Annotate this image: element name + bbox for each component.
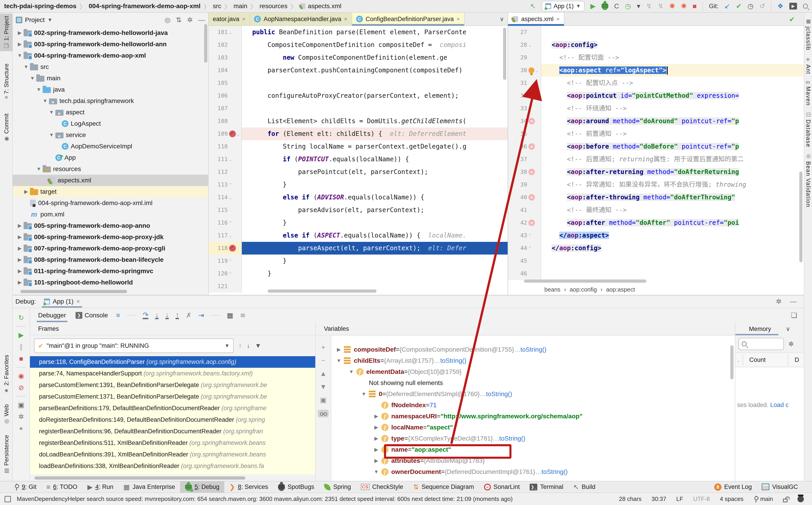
code-line-117[interactable]: 117⌄ else if (ASPECT.equals(localName)) …: [209, 229, 508, 242]
profiler-dropdown-icon[interactable]: ▾: [637, 3, 640, 10]
code-line-101[interactable]: 101⌄public BeanDefinition parse(Element …: [209, 26, 508, 38]
add-watch-icon[interactable]: +: [321, 344, 325, 351]
diff-structure-icon[interactable]: ❖: [777, 3, 783, 10]
chevron-down-icon[interactable]: ▼: [47, 17, 52, 23]
code-line-46[interactable]: 46: [508, 267, 804, 280]
debugger-view-tab-console[interactable]: ❯Console: [74, 310, 109, 321]
fold-marker[interactable]: ⌄: [229, 157, 232, 162]
write-lock-icon[interactable]: [783, 499, 788, 502]
code-line-36[interactable]: 36m <aop:before method="doBefore" pointc…: [508, 140, 804, 153]
stop-icon[interactable]: ■: [692, 3, 696, 10]
tree-expand-icon[interactable]: ▼: [346, 369, 356, 375]
stop-icon[interactable]: ■: [19, 355, 23, 362]
project-tree-vertical-scrollbar[interactable]: [204, 24, 207, 62]
breadcrumb-item[interactable]: resources: [259, 2, 287, 10]
variable-row-type[interactable]: ▶ftype = {XSComplexTypeDecl@1781} … toSt…: [332, 433, 735, 444]
variable-row-attributes[interactable]: ▶fattributes = {AttributeMap@1783}: [332, 455, 735, 466]
code-line-44[interactable]: 44⌃</aop:config>: [508, 242, 804, 255]
tree-expand-icon[interactable]: ▶: [371, 413, 381, 419]
code-line-31[interactable]: 31 <!-- 配置切入点 -->: [508, 77, 804, 90]
toolwindow-button-todo[interactable]: ≡6: TODO: [41, 481, 82, 493]
remove-watch-icon[interactable]: −: [321, 357, 325, 364]
settings-icon[interactable]: ✲: [18, 413, 24, 420]
project-tree-horizontal-scrollbar[interactable]: [20, 290, 127, 293]
tree-item-004-spring-framework-demo-aop-xml[interactable]: ▼004-spring-framework-demo-aop-xml: [13, 50, 208, 61]
xml-breadcrumb-item[interactable]: beans: [544, 286, 561, 293]
tree-item-004-spring-framework-demo-aop-xml-iml[interactable]: 004-spring-framework-demo-aop-xml.iml: [13, 197, 208, 209]
xml-breadcrumb-item[interactable]: aop:config: [570, 286, 597, 293]
close-icon[interactable]: ×: [76, 298, 80, 305]
memory-col-count[interactable]: Count: [743, 354, 788, 366]
code-line-108[interactable]: 108 List<Element> childElts = DomUtils.g…: [209, 115, 508, 128]
tree-expand-icon[interactable]: ▶: [371, 425, 381, 431]
indent-setting[interactable]: 4 spaces: [720, 495, 744, 503]
code-line-37[interactable]: 37 <!-- 后置通知; returning属性: 用于设置后置通知的第二: [508, 153, 804, 166]
tree-expand-icon[interactable]: ▶: [16, 280, 24, 285]
tree-expand-icon[interactable]: ▼: [48, 109, 55, 115]
tree-expand-icon[interactable]: ▼: [35, 166, 43, 172]
fold-marker[interactable]: ⌃: [229, 271, 232, 276]
code-line-32[interactable]: 32 <aop:pointcut id="pointCutMethod" exp…: [508, 90, 804, 102]
tree-expand-icon[interactable]: ▶: [16, 257, 24, 263]
services-icon[interactable]: ❯: [229, 484, 235, 491]
tree-item-008-spring-framework-demo-bean-lifecycle[interactable]: ▶008-spring-framework-demo-bean-lifecycl…: [13, 254, 208, 266]
toolwindow-button-sequence-diagram[interactable]: ⇅Sequence Diagram: [408, 481, 479, 493]
variable-row-namespaceURI[interactable]: ▶fnamespaceURI = "http://www.springframe…: [332, 410, 735, 422]
toolwindow-button-java-enterprise[interactable]: ▦Java Enterprise: [119, 481, 180, 493]
close-icon[interactable]: ×: [456, 16, 460, 23]
tostring-link[interactable]: toString(): [499, 435, 525, 442]
code-line-39[interactable]: 39 <!-- 异常通知: 如果没有异常，将不会执行增强; throwing: [508, 178, 804, 191]
tree-expand-icon[interactable]: ▶: [16, 41, 24, 47]
memory-load-link[interactable]: Load c: [770, 401, 789, 408]
toolwindow-button-run[interactable]: ▶4: Run: [82, 481, 119, 493]
tree-item-tech-pdai-springframework[interactable]: ▼tech.pdai.springframework: [13, 95, 208, 107]
tool-strip-tab--project[interactable]: ❏1: Project: [0, 14, 13, 51]
prev-frame-icon[interactable]: ↑: [239, 342, 242, 349]
tree-expand-icon[interactable]: ▼: [48, 132, 55, 138]
fold-marker[interactable]: ⌃: [529, 233, 531, 238]
tree-item-011-spring-framework-demo-springmvc[interactable]: ▶011-spring-framework-demo-springmvc: [13, 266, 208, 277]
frame-row[interactable]: parseCustomElement:1371, BeanDefinitionP…: [30, 391, 315, 402]
tree-expand-icon[interactable]: ▶: [16, 223, 24, 229]
navigate-method-icon[interactable]: m: [529, 169, 535, 175]
tool-strip-tab-commit[interactable]: ◉Commit: [0, 111, 13, 144]
run-to-cursor-icon[interactable]: ⇥: [198, 312, 204, 319]
settings-icon[interactable]: ✲: [187, 17, 193, 23]
tree-item-app[interactable]: App: [13, 152, 208, 163]
tostring-link[interactable]: toString(): [520, 346, 547, 353]
tree-item-aspect[interactable]: ▼aspect: [13, 107, 208, 118]
editor-tab-eator-java[interactable]: eator.java×: [209, 13, 250, 25]
toolwindow-button-git[interactable]: 9: Git: [9, 481, 41, 493]
git-commit-icon[interactable]: ✔: [736, 3, 742, 10]
hotswap-debug-icon[interactable]: ↯: [658, 3, 663, 10]
hotswap-icon[interactable]: ↯: [646, 3, 652, 10]
code-line-118[interactable]: 118 parseAspect(elt, parserContext); elt…: [209, 242, 508, 255]
code-line-41[interactable]: 41 <!-- 最终通知 -->: [508, 204, 804, 216]
close-icon[interactable]: ×: [556, 16, 560, 23]
code-line-35[interactable]: 35 <!-- 前置通知 -->: [508, 128, 804, 140]
breadcrumb-item[interactable]: main: [234, 2, 247, 10]
tree-expand-icon[interactable]: ▼: [29, 75, 36, 81]
variable-row-note[interactable]: Not showing null elements: [332, 377, 735, 388]
fold-marker[interactable]: ⌄: [229, 195, 232, 200]
thread-dropdown[interactable]: ✔ "main"@1 in group "main": RUNNING ▼: [34, 338, 234, 353]
step-out-icon[interactable]: ↑: [176, 312, 179, 319]
code-line-33[interactable]: 33 <!-- 环绕通知 -->: [508, 102, 804, 115]
toolwindow-button-checkstyle[interactable]: CSCheckStyle: [356, 481, 408, 493]
tree-expand-icon[interactable]: ▼: [41, 98, 49, 104]
tree-item-src[interactable]: ▼src: [13, 61, 208, 72]
file-encoding[interactable]: UTF-8: [693, 495, 710, 503]
breakpoint-icon[interactable]: [229, 245, 236, 251]
tree-item-005-spring-framework-demo-aop-anno[interactable]: ▶005-spring-framework-demo-aop-anno: [13, 220, 208, 231]
variable-row-compositeDef[interactable]: ▶compositeDef = {CompositeComponentDefin…: [332, 344, 735, 355]
frame-row[interactable]: loadBeanDefinitions:338, XmlBeanDefiniti…: [30, 460, 315, 472]
fold-marker[interactable]: ⌃: [529, 245, 531, 251]
move-up-icon[interactable]: ▲: [320, 370, 327, 377]
code-line-119[interactable]: 119⌃ }: [209, 255, 508, 267]
editor-tab-configbeandefinitionparser-java[interactable]: CConfigBeanDefinitionParser.java×: [352, 13, 464, 25]
java-enterprise-icon[interactable]: ▦: [124, 484, 130, 491]
tree-item-logaspect[interactable]: LogAspect: [13, 118, 208, 129]
code-line-120[interactable]: 120⌃ }: [209, 267, 508, 280]
toolwindow-button-build[interactable]: ↖Build: [568, 481, 600, 493]
view-breakpoints-icon[interactable]: ◉: [18, 372, 24, 379]
